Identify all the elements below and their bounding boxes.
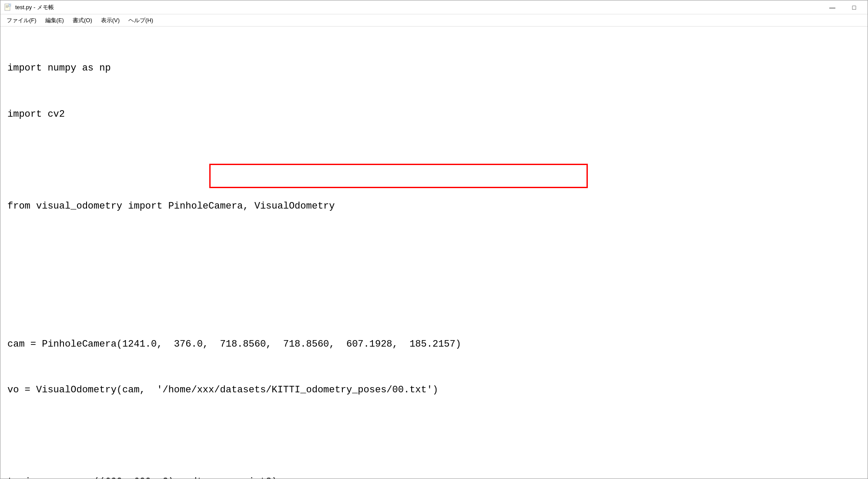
code-line-9: [7, 428, 861, 444]
code-line-3: [7, 153, 861, 168]
menu-edit[interactable]: 編集(E): [41, 15, 68, 26]
code-line-4: from visual_odometry import PinholeCamer…: [7, 199, 861, 214]
code-line-6: [7, 290, 861, 306]
notepad-window: test.py - メモ帳 — □ ファイル(F) 編集(E) 書式(O) 表示…: [0, 0, 868, 479]
window-title: test.py - メモ帳: [15, 3, 54, 11]
menu-bar: ファイル(F) 編集(E) 書式(O) 表示(V) ヘルプ(H): [0, 14, 868, 27]
code-editor[interactable]: import numpy as np import cv2 from visua…: [7, 30, 861, 479]
code-line-10: traj = np.zeros((600, 600, 3), dtype=np.…: [7, 474, 861, 479]
minimize-button[interactable]: —: [822, 0, 842, 14]
editor-area[interactable]: import numpy as np import cv2 from visua…: [0, 27, 868, 479]
code-line-7: cam = PinholeCamera(1241.0, 376.0, 718.8…: [7, 337, 861, 352]
code-line-2: import cv2: [7, 107, 861, 122]
menu-file[interactable]: ファイル(F): [2, 15, 41, 26]
menu-format[interactable]: 書式(O): [68, 15, 97, 26]
menu-help[interactable]: ヘルプ(H): [124, 15, 158, 26]
title-bar: test.py - メモ帳 — □: [0, 0, 868, 14]
app-icon: [4, 3, 12, 11]
code-line-5: [7, 245, 861, 260]
restore-button[interactable]: □: [844, 0, 864, 14]
menu-view[interactable]: 表示(V): [97, 15, 124, 26]
title-bar-left: test.py - メモ帳: [4, 3, 54, 11]
code-line-8: vo = VisualOdometry(cam, '/home/xxx/data…: [7, 382, 861, 398]
title-bar-controls: — □: [822, 0, 864, 14]
code-line-1: import numpy as np: [7, 61, 861, 76]
